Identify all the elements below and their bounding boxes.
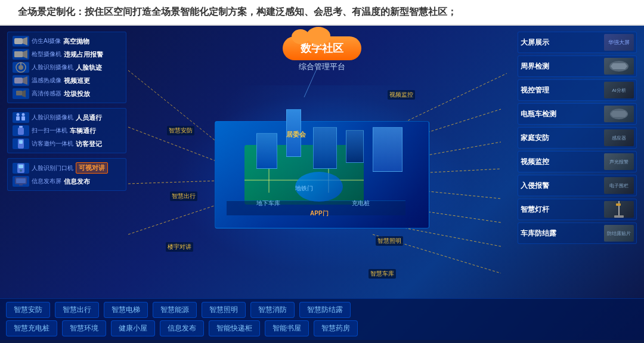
line-label-garage: 智慧车库 [369,269,396,279]
line-label-security: 智慧安防 [167,126,194,135]
video-monitor-img: 声光报警 [604,153,634,170]
bottom-tabs: 智慧安防 智慧出行 智慧电梯 智慧能源 智慧照明 智慧消防 智慧防结露 智慧充电… [0,298,644,340]
svg-rect-44 [616,203,621,206]
svg-point-34 [20,169,22,172]
svg-rect-27 [21,116,25,120]
intrusion-img: 电子围栏 [604,177,634,194]
section-intercom: 人脸识别门口机 可视对讲 信息发布屏 信息发布 [7,158,126,191]
svg-point-26 [22,113,25,116]
svg-line-2 [128,181,218,184]
left-panel: 仿生AI摄像 高空抛物 枪型摄像机 违规占用报警 人脸识别摄像机 人脸轨迹 [7,32,126,196]
cloud-subtitle: 综合管理平台 [283,61,361,72]
svg-marker-21 [23,76,27,85]
tab-smart-dew[interactable]: 智慧防结露 [299,302,351,318]
panel-item-intercom: 人脸识别门口机 可视对讲 [10,161,123,175]
panel-item-info: 信息发布屏 信息发布 [10,175,123,188]
svg-rect-29 [18,128,24,135]
header-bar: 全场景定制化：按住区空间打造全场景智能化定制方案，构建泛感知、会思考、有温度的新… [0,0,644,26]
svg-point-24 [17,113,20,116]
thermal-icon [13,75,29,86]
tab-smart-elevator[interactable]: 智慧电梯 [104,302,148,318]
right-item-bigscreen: 大屏展示 华强大屏 [518,32,637,53]
tab-smart-locker[interactable]: 智能快递柜 [209,320,260,336]
cloud-platform: 数字社区 综合管理平台 [283,36,361,72]
main-content: 视频监控 智慧电梯 家庭安防 智能分析 智慧照明 智慧车库 智慧安防 智慧出行 … [0,26,644,340]
svg-rect-31 [19,140,23,144]
svg-marker-16 [23,50,27,58]
right-item-video-monitor: 视频监控 声光报警 [518,151,637,172]
svg-rect-25 [16,116,20,120]
tab-smart-fire[interactable]: 智慧消防 [250,302,295,318]
panel-item-illegal: 枪型摄像机 违规占用报警 [10,48,123,61]
svg-point-18 [18,65,23,70]
display-screen-icon [13,176,29,187]
panel-item-car-pass: 扫一扫一体机 车辆通行 [10,124,123,137]
person-icon [13,112,29,123]
header-title: 全场景定制化：按住区空间打造全场景智能化定制方案，构建泛感知、会思考、有温度的新… [18,7,457,17]
tab-smart-charging[interactable]: 智慧充电桩 [6,320,57,336]
garage-dew-img: 防结露贴片 [604,225,634,242]
tab-smart-security[interactable]: 智慧安防 [6,302,50,318]
camera-icon-1 [13,36,29,47]
right-item-intrusion: 入侵报警 电子围栏 [518,175,637,196]
right-item-ebike: 电瓶车检测 [518,103,637,125]
svg-rect-15 [14,51,23,57]
svg-rect-43 [614,215,624,218]
ptz-icon [13,62,29,73]
line-label-travel: 智慧出行 [170,191,197,201]
svg-rect-13 [14,38,23,44]
tab-smart-energy[interactable]: 智慧能源 [153,302,197,318]
svg-rect-37 [19,184,23,186]
tab-smart-pharmacy[interactable]: 智慧药房 [314,320,358,336]
cloud-title: 数字社区 [283,36,361,60]
right-item-smart-pole: 智慧灯杆 [518,199,637,220]
right-item-vms: 视控管理 AI分析 [518,79,637,101]
panel-item-thermal: 温感热成像 视频巡更 [10,74,123,87]
line-label-intercom: 楼宇对讲 [166,242,193,252]
panel-item-visitor: 访客邀约一体机 访客登记 [10,137,123,150]
bigscreen-img: 华强大屏 [604,34,634,51]
svg-rect-42 [618,201,620,215]
ebike-cam-img [604,106,634,122]
tab-health-cabin[interactable]: 健康小屋 [111,320,155,336]
home-security-img: 感应器 [604,129,634,146]
camera-icon-2 [13,49,29,60]
tab-smart-lighting[interactable]: 智慧照明 [202,302,246,318]
smart-pole-img [604,201,634,218]
tabs-row-2: 智慧充电桩 智慧环境 健康小屋 信息发布 智能快递柜 智能书屋 智慧药房 [6,320,638,336]
right-item-perimeter: 周界检测 [518,55,637,77]
svg-marker-41 [611,111,627,117]
tabs-row-1: 智慧安防 智慧出行 智慧电梯 智慧能源 智慧照明 智慧消防 智慧防结露 [6,302,638,318]
svg-marker-23 [22,90,26,97]
small-cam-icon [13,88,29,99]
svg-rect-28 [19,126,23,128]
panel-item-person-pass: 人脸识别摄像机 人员通行 [10,111,123,124]
right-item-garage-dew: 车库防结露 防结露贴片 [518,223,637,244]
panel-item-face: 人脸识别摄像机 人脸轨迹 [10,61,123,74]
tab-smart-env[interactable]: 智慧环境 [62,320,106,336]
svg-rect-22 [16,91,22,95]
kiosk-icon [13,138,29,149]
bottle-icon [13,125,29,136]
panel-item-aerial: 仿生AI摄像 高空抛物 [10,35,123,48]
tab-smart-library[interactable]: 智能书屋 [265,320,309,336]
cloud-title-text: 数字社区 [301,42,343,54]
tab-smart-travel[interactable]: 智慧出行 [55,302,99,318]
svg-rect-36 [16,178,26,183]
vms-img: AI分析 [604,82,634,98]
intercom-device-icon [13,163,29,174]
svg-rect-33 [18,165,23,168]
svg-marker-14 [23,37,27,45]
svg-line-3 [128,205,218,234]
city-visualization: 居委会 地铁门 地下车库 充电桩 APP门 [209,85,435,240]
section-security: 仿生AI摄像 高空抛物 枪型摄像机 违规占用报警 人脸识别摄像机 人脸轨迹 [7,32,126,103]
svg-rect-20 [14,78,23,84]
tab-info-publish[interactable]: 信息发布 [160,320,204,336]
right-panel: 大屏展示 华强大屏 周界检测 视控管理 AI分析 电瓶车检测 家庭安防 [518,32,637,246]
svg-marker-39 [611,63,627,69]
panel-item-trash: 高清传感器 垃圾投放 [10,87,123,100]
right-item-home-security: 家庭安防 感应器 [518,127,637,149]
perimeter-cam-img [604,58,634,75]
section-travel: 人脸识别摄像机 人员通行 扫一扫一体机 车辆通行 访客邀约一体机 访客登记 [7,108,126,153]
